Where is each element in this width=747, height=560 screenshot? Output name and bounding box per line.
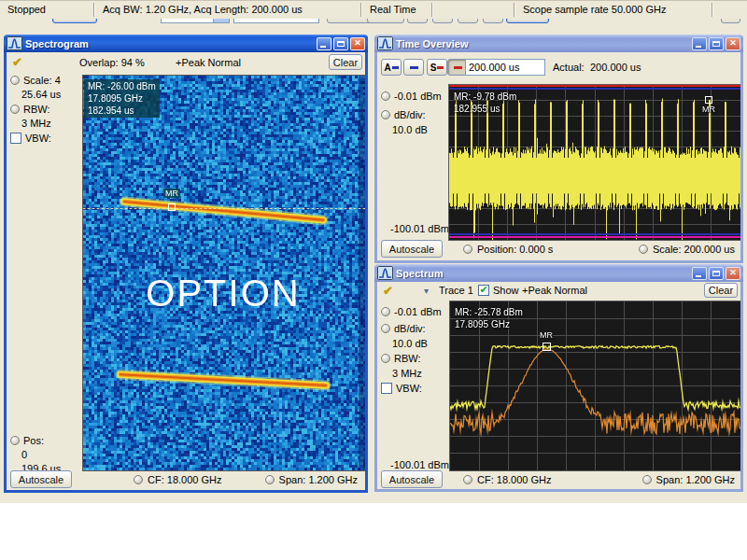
ref-orb-icon [381,91,390,101]
blue-bar-icon [392,66,399,69]
blue-bar-icon [410,66,418,69]
vbw-setting[interactable]: VBW: [10,133,51,144]
scale-setting[interactable]: Scale: 4 [10,75,61,86]
dbdiv-setting[interactable]: dB/div: [381,109,426,120]
trace-selector[interactable]: Trace 1 [439,285,473,296]
vbw-checkbox[interactable] [10,133,21,144]
position-setting[interactable]: Position: 0.000 s [463,244,553,255]
spectrum-body: ✔ ▾ Trace 1 ✔ Show +Peak Normal Clear -0… [377,282,740,489]
top-reference-setting[interactable]: -0.01 dBm [381,91,442,102]
bottom-reference-value: -100.01 dBm [390,223,449,234]
marker-mr-label: MR [163,189,180,198]
statusbar-divider [93,3,95,17]
marker-readout: MR: -9.78 dBm 182.955 us [454,91,516,115]
time-overview-plot[interactable]: MR: -9.78 dBm 182.955 us MR [448,84,740,239]
close-icon[interactable]: ✕ [726,267,740,280]
vbw-checkbox[interactable] [381,383,392,394]
cf-orb-icon [463,475,472,484]
marker-mr-handle[interactable] [543,343,551,351]
window-title: Spectrum [396,268,692,279]
status-bar: Stopped Acq BW: 1.20 GHz, Acq Length: 20… [0,0,747,19]
valid-check-icon: ✔ [383,284,393,298]
length-input[interactable]: 200.000 us [465,59,545,76]
app-icon [377,266,393,280]
time-overview-window: Time Overview ✕ A S 200.000 us Actual: 2… [374,35,743,263]
marker-mr-label: MR [700,105,717,114]
rbw-setting[interactable]: RBW: [381,353,421,364]
statusbar-divider [712,3,713,17]
screen: Spectrogram ✕ ✔ Overlap: 94 % +Peak Norm… [0,0,747,560]
clear-button[interactable]: Clear [704,283,738,298]
minimize-icon[interactable] [692,37,707,50]
chevron-down-icon[interactable]: ▾ [424,286,429,296]
time-overview-titlebar[interactable]: Time Overview ✕ [374,35,743,52]
ref-orb-icon [381,307,390,316]
mode-info: Real Time [370,1,416,19]
sample-rate-info: Scope sample rate 50.000 GHz [523,1,666,19]
show-checkbox[interactable]: ✔ [478,285,489,296]
minimize-icon[interactable] [317,37,331,50]
bottom-reference-value: -100.01 dBm [390,459,449,470]
spectrum-length-auto-button[interactable]: S [427,59,447,76]
scale-setting[interactable]: Scale: 200.000 us [639,244,735,255]
valid-check-icon: ✔ [12,55,22,69]
autoscale-button[interactable]: Autoscale [381,470,443,488]
maximize-icon[interactable] [333,37,348,50]
maximize-icon[interactable] [709,267,724,280]
rbw-value: 3 MHz [21,118,51,129]
spectrum-titlebar[interactable]: Spectrum ✕ [374,264,743,282]
rbw-orb-icon [10,105,20,114]
maximize-icon[interactable] [709,37,724,50]
red-bar-icon [454,66,462,69]
scale-orb-icon [639,245,648,254]
pos-setting[interactable]: Pos: [10,435,44,446]
marker-mr-handle[interactable] [168,203,176,211]
option-watermark: OPTION [146,273,300,315]
analysis-length-manual-button[interactable] [403,59,424,76]
span-setting[interactable]: Span: 1.200 GHz [265,474,358,485]
detector-readout: +Peak Normal [522,285,587,296]
autoscale-button[interactable]: Autoscale [10,470,72,488]
checkbox-check-icon: ✔ [479,285,487,295]
spectrogram-plot[interactable]: MR: -26.00 dBm 17.8095 GHz 182.954 us MR… [82,75,364,469]
dbdiv-setting[interactable]: dB/div: [381,323,426,334]
position-orb-icon [463,245,472,254]
rbw-setting[interactable]: RBW: [10,104,50,115]
spectrogram-body: ✔ Overlap: 94 % +Peak Normal Clear Scale… [7,52,365,490]
spectrogram-titlebar[interactable]: Spectrogram ✕ [4,35,368,52]
vbw-setting[interactable]: VBW: [381,383,422,394]
show-label: Show [493,285,519,296]
center-frequency-setting[interactable]: CF: 18.000 GHz [463,474,551,485]
app-icon [7,36,22,50]
detector-readout: +Peak Normal [176,57,241,68]
spectrum-plot[interactable]: MR: -25.78 dBm 17.8095 GHz MR [449,301,740,469]
analysis-length-auto-button[interactable]: A [381,59,402,76]
span-orb-icon [642,475,652,484]
marker-readout: MR: -25.78 dBm 17.8095 GHz [455,306,523,330]
autoscale-button[interactable]: Autoscale [381,240,443,258]
clear-button[interactable]: Clear [329,54,362,70]
statusbar-divider [514,3,515,17]
close-icon[interactable]: ✕ [726,37,740,50]
minimize-icon[interactable] [692,267,707,280]
acquisition-info: Acq BW: 1.20 GHz, Acq Length: 200.000 us [103,1,303,19]
window-title: Time Overview [396,38,692,49]
run-state: Stopped [7,1,46,19]
rbw-orb-icon [381,354,390,363]
pos-orb-icon [10,436,20,445]
dbdiv-value: 10.0 dB [392,338,428,349]
marker-mr-handle[interactable] [705,96,712,104]
dbdiv-orb-icon [381,324,390,333]
window-title: Spectrogram [25,38,317,49]
top-reference-setting[interactable]: -0.01 dBm [381,306,442,317]
scale-orb-icon [10,76,20,85]
center-frequency-setting[interactable]: CF: 18.000 GHz [134,474,221,485]
span-setting[interactable]: Span: 1.200 GHz [642,474,735,485]
red-bar-icon [437,66,444,69]
marker-mr-label: MR [538,330,555,340]
app-icon [377,36,393,50]
cf-orb-icon [134,475,143,484]
overlap-readout: Overlap: 94 % [79,57,145,68]
close-icon[interactable]: ✕ [350,37,365,50]
actual-value: 200.000 us [590,62,641,73]
